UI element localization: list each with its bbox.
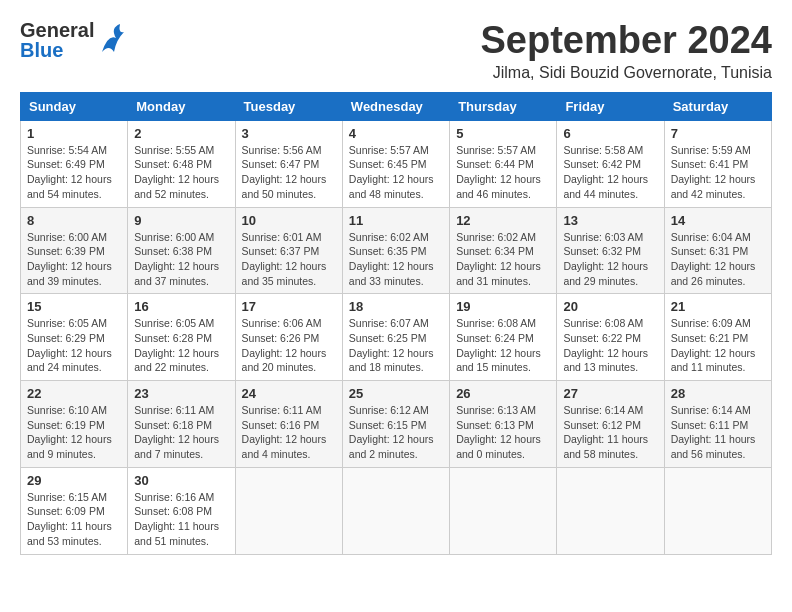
day-number: 19 xyxy=(456,299,550,314)
table-row: 11 Sunrise: 6:02 AM Sunset: 6:35 PM Dayl… xyxy=(342,207,449,294)
title-block: September 2024 Jilma, Sidi Bouzid Govern… xyxy=(481,20,773,82)
daylight-label: Daylight: 12 hours and 46 minutes. xyxy=(456,173,541,200)
sunrise-label: Sunrise: 6:13 AM xyxy=(456,404,536,416)
table-row: 23 Sunrise: 6:11 AM Sunset: 6:18 PM Dayl… xyxy=(128,381,235,468)
day-number: 3 xyxy=(242,126,336,141)
day-info: Sunrise: 6:10 AM Sunset: 6:19 PM Dayligh… xyxy=(27,403,121,462)
sunrise-label: Sunrise: 6:05 AM xyxy=(27,317,107,329)
daylight-label: Daylight: 11 hours and 51 minutes. xyxy=(134,520,219,547)
sunrise-label: Sunrise: 6:11 AM xyxy=(134,404,214,416)
day-number: 24 xyxy=(242,386,336,401)
sunrise-label: Sunrise: 6:14 AM xyxy=(671,404,751,416)
sunrise-label: Sunrise: 6:01 AM xyxy=(242,231,322,243)
sunrise-label: Sunrise: 6:10 AM xyxy=(27,404,107,416)
day-number: 5 xyxy=(456,126,550,141)
day-number: 17 xyxy=(242,299,336,314)
day-info: Sunrise: 5:57 AM Sunset: 6:45 PM Dayligh… xyxy=(349,143,443,202)
table-row: 5 Sunrise: 5:57 AM Sunset: 6:44 PM Dayli… xyxy=(450,120,557,207)
sunset-label: Sunset: 6:12 PM xyxy=(563,419,641,431)
day-info: Sunrise: 6:04 AM Sunset: 6:31 PM Dayligh… xyxy=(671,230,765,289)
daylight-label: Daylight: 12 hours and 24 minutes. xyxy=(27,347,112,374)
day-info: Sunrise: 6:08 AM Sunset: 6:24 PM Dayligh… xyxy=(456,316,550,375)
daylight-label: Daylight: 12 hours and 35 minutes. xyxy=(242,260,327,287)
sunrise-label: Sunrise: 5:54 AM xyxy=(27,144,107,156)
sunset-label: Sunset: 6:47 PM xyxy=(242,158,320,170)
daylight-label: Daylight: 11 hours and 58 minutes. xyxy=(563,433,648,460)
table-row: 17 Sunrise: 6:06 AM Sunset: 6:26 PM Dayl… xyxy=(235,294,342,381)
header-tuesday: Tuesday xyxy=(235,92,342,120)
sunrise-label: Sunrise: 6:06 AM xyxy=(242,317,322,329)
day-number: 4 xyxy=(349,126,443,141)
sunrise-label: Sunrise: 6:03 AM xyxy=(563,231,643,243)
sunrise-label: Sunrise: 6:04 AM xyxy=(671,231,751,243)
sunset-label: Sunset: 6:24 PM xyxy=(456,332,534,344)
sunset-label: Sunset: 6:21 PM xyxy=(671,332,749,344)
day-number: 30 xyxy=(134,473,228,488)
sunset-label: Sunset: 6:22 PM xyxy=(563,332,641,344)
day-info: Sunrise: 5:56 AM Sunset: 6:47 PM Dayligh… xyxy=(242,143,336,202)
sunrise-label: Sunrise: 6:07 AM xyxy=(349,317,429,329)
daylight-label: Daylight: 11 hours and 53 minutes. xyxy=(27,520,112,547)
location-subtitle: Jilma, Sidi Bouzid Governorate, Tunisia xyxy=(481,64,773,82)
day-number: 16 xyxy=(134,299,228,314)
sunset-label: Sunset: 6:25 PM xyxy=(349,332,427,344)
day-info: Sunrise: 5:59 AM Sunset: 6:41 PM Dayligh… xyxy=(671,143,765,202)
day-info: Sunrise: 5:57 AM Sunset: 6:44 PM Dayligh… xyxy=(456,143,550,202)
daylight-label: Daylight: 12 hours and 7 minutes. xyxy=(134,433,219,460)
day-info: Sunrise: 6:05 AM Sunset: 6:29 PM Dayligh… xyxy=(27,316,121,375)
calendar-week-row: 15 Sunrise: 6:05 AM Sunset: 6:29 PM Dayl… xyxy=(21,294,772,381)
day-number: 22 xyxy=(27,386,121,401)
day-info: Sunrise: 6:14 AM Sunset: 6:11 PM Dayligh… xyxy=(671,403,765,462)
table-row: 3 Sunrise: 5:56 AM Sunset: 6:47 PM Dayli… xyxy=(235,120,342,207)
table-row xyxy=(450,467,557,554)
sunrise-label: Sunrise: 5:56 AM xyxy=(242,144,322,156)
table-row: 25 Sunrise: 6:12 AM Sunset: 6:15 PM Dayl… xyxy=(342,381,449,468)
day-number: 6 xyxy=(563,126,657,141)
table-row: 12 Sunrise: 6:02 AM Sunset: 6:34 PM Dayl… xyxy=(450,207,557,294)
sunrise-label: Sunrise: 6:16 AM xyxy=(134,491,214,503)
sunset-label: Sunset: 6:19 PM xyxy=(27,419,105,431)
day-number: 26 xyxy=(456,386,550,401)
header-friday: Friday xyxy=(557,92,664,120)
day-number: 21 xyxy=(671,299,765,314)
day-info: Sunrise: 6:05 AM Sunset: 6:28 PM Dayligh… xyxy=(134,316,228,375)
table-row: 1 Sunrise: 5:54 AM Sunset: 6:49 PM Dayli… xyxy=(21,120,128,207)
day-info: Sunrise: 5:55 AM Sunset: 6:48 PM Dayligh… xyxy=(134,143,228,202)
day-number: 25 xyxy=(349,386,443,401)
sunset-label: Sunset: 6:08 PM xyxy=(134,505,212,517)
table-row: 13 Sunrise: 6:03 AM Sunset: 6:32 PM Dayl… xyxy=(557,207,664,294)
sunset-label: Sunset: 6:26 PM xyxy=(242,332,320,344)
sunset-label: Sunset: 6:35 PM xyxy=(349,245,427,257)
sunrise-label: Sunrise: 6:11 AM xyxy=(242,404,322,416)
daylight-label: Daylight: 12 hours and 20 minutes. xyxy=(242,347,327,374)
header-sunday: Sunday xyxy=(21,92,128,120)
day-info: Sunrise: 6:12 AM Sunset: 6:15 PM Dayligh… xyxy=(349,403,443,462)
table-row: 18 Sunrise: 6:07 AM Sunset: 6:25 PM Dayl… xyxy=(342,294,449,381)
day-number: 13 xyxy=(563,213,657,228)
table-row xyxy=(235,467,342,554)
day-info: Sunrise: 6:13 AM Sunset: 6:13 PM Dayligh… xyxy=(456,403,550,462)
daylight-label: Daylight: 12 hours and 29 minutes. xyxy=(563,260,648,287)
daylight-label: Daylight: 12 hours and 48 minutes. xyxy=(349,173,434,200)
table-row: 27 Sunrise: 6:14 AM Sunset: 6:12 PM Dayl… xyxy=(557,381,664,468)
table-row: 6 Sunrise: 5:58 AM Sunset: 6:42 PM Dayli… xyxy=(557,120,664,207)
sunrise-label: Sunrise: 5:57 AM xyxy=(349,144,429,156)
day-number: 12 xyxy=(456,213,550,228)
day-info: Sunrise: 6:00 AM Sunset: 6:39 PM Dayligh… xyxy=(27,230,121,289)
sunset-label: Sunset: 6:09 PM xyxy=(27,505,105,517)
table-row: 2 Sunrise: 5:55 AM Sunset: 6:48 PM Dayli… xyxy=(128,120,235,207)
sunrise-label: Sunrise: 5:58 AM xyxy=(563,144,643,156)
sunrise-label: Sunrise: 5:57 AM xyxy=(456,144,536,156)
header-wednesday: Wednesday xyxy=(342,92,449,120)
sunrise-label: Sunrise: 6:05 AM xyxy=(134,317,214,329)
sunrise-label: Sunrise: 5:55 AM xyxy=(134,144,214,156)
daylight-label: Daylight: 12 hours and 50 minutes. xyxy=(242,173,327,200)
sunset-label: Sunset: 6:37 PM xyxy=(242,245,320,257)
table-row: 21 Sunrise: 6:09 AM Sunset: 6:21 PM Dayl… xyxy=(664,294,771,381)
day-info: Sunrise: 5:58 AM Sunset: 6:42 PM Dayligh… xyxy=(563,143,657,202)
daylight-label: Daylight: 12 hours and 26 minutes. xyxy=(671,260,756,287)
daylight-label: Daylight: 12 hours and 42 minutes. xyxy=(671,173,756,200)
sunset-label: Sunset: 6:15 PM xyxy=(349,419,427,431)
table-row xyxy=(342,467,449,554)
table-row: 15 Sunrise: 6:05 AM Sunset: 6:29 PM Dayl… xyxy=(21,294,128,381)
